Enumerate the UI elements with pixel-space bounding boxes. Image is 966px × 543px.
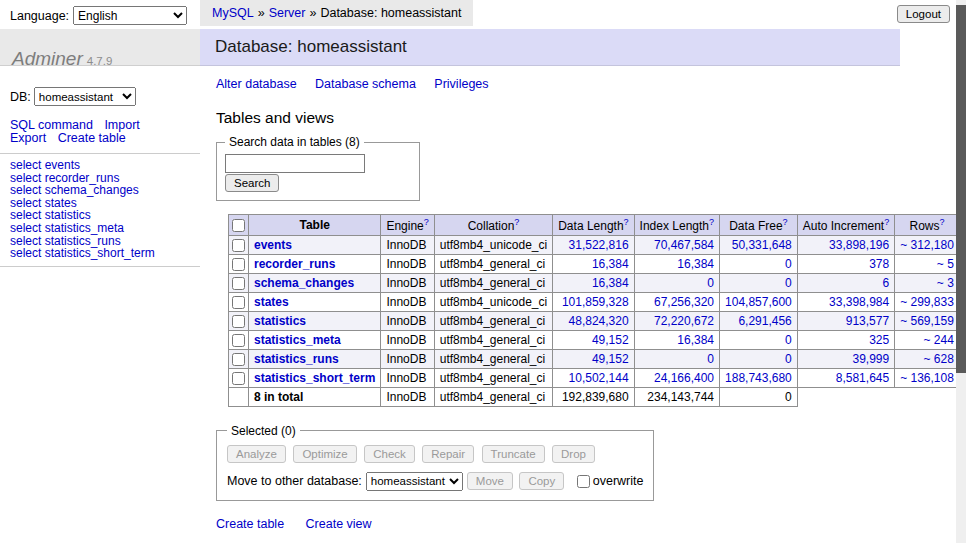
row-checkbox-schema-changes[interactable] bbox=[232, 277, 245, 290]
engine-cell: InnoDB bbox=[381, 349, 434, 368]
row-checkbox-statistics[interactable] bbox=[232, 315, 245, 328]
data-length-cell: 10,502,144 bbox=[553, 368, 634, 387]
table-link-statistics-short-term[interactable]: statistics_short_term bbox=[254, 371, 375, 385]
name-cell: events bbox=[249, 235, 381, 254]
app-version: 4.7.9 bbox=[87, 55, 113, 67]
action-button-analyze[interactable]: Analyze bbox=[227, 445, 286, 463]
sidebar-table-link-select-schema-changes[interactable]: select schema_changes bbox=[10, 184, 200, 197]
row-check-cell bbox=[229, 235, 249, 254]
data-free-cell: 50,331,648 bbox=[720, 235, 798, 254]
data-length-cell: 16,384 bbox=[553, 273, 634, 292]
help-link[interactable]: ? bbox=[783, 217, 788, 227]
table-link-statistics-runs[interactable]: statistics_runs bbox=[254, 352, 339, 366]
total-cell: 0 bbox=[720, 387, 798, 406]
table-row: schema_changesInnoDButf8mb4_general_ci16… bbox=[229, 273, 966, 292]
data-length-cell: 31,522,816 bbox=[553, 235, 634, 254]
name-cell: schema_changes bbox=[249, 273, 381, 292]
data-free-cell: 0 bbox=[720, 254, 798, 273]
table-link-recorder-runs[interactable]: recorder_runs bbox=[254, 257, 335, 271]
move-row: Move to other database:homeassistantMove… bbox=[227, 472, 643, 491]
rows-cell: ~ 244 bbox=[895, 330, 960, 349]
auto-increment-cell: 39,999 bbox=[797, 349, 894, 368]
sidebar-link-import[interactable]: Import bbox=[104, 118, 139, 132]
search-button[interactable]: Search bbox=[225, 174, 279, 192]
row-check-cell bbox=[229, 311, 249, 330]
sidebar-link-export[interactable]: Export bbox=[10, 131, 46, 145]
help-link[interactable]: ? bbox=[709, 217, 714, 227]
language-select[interactable]: English bbox=[73, 6, 187, 25]
table-link-states[interactable]: states bbox=[254, 295, 289, 309]
table-row: statistics_runsInnoDButf8mb4_general_ci4… bbox=[229, 349, 966, 368]
overwrite-checkbox[interactable] bbox=[577, 475, 590, 488]
row-checkbox-statistics-meta[interactable] bbox=[232, 334, 245, 347]
db-link-privileges[interactable]: Privileges bbox=[434, 77, 488, 91]
data-free-cell: 104,857,600 bbox=[720, 292, 798, 311]
data-free-cell: 0 bbox=[720, 330, 798, 349]
data-free-cell: 0 bbox=[720, 349, 798, 368]
sidebar-link-create-table[interactable]: Create table bbox=[58, 131, 126, 145]
help-link[interactable]: ? bbox=[940, 217, 945, 227]
table-total-row: 8 in totalInnoDButf8mb4_general_ci192,83… bbox=[229, 387, 966, 406]
vertical-scrollbar[interactable] bbox=[956, 0, 966, 543]
row-checkbox-recorder-runs[interactable] bbox=[232, 258, 245, 271]
sidebar-link-sql-command[interactable]: SQL command bbox=[10, 118, 93, 132]
search-input[interactable] bbox=[225, 154, 365, 173]
sidebar-table-link-select-statistics-meta[interactable]: select statistics_meta bbox=[10, 222, 200, 235]
scrollbar-thumb[interactable] bbox=[956, 5, 966, 373]
table-link-schema-changes[interactable]: schema_changes bbox=[254, 276, 354, 290]
sidebar-table-link-select-statistics-short-term[interactable]: select statistics_short_term bbox=[10, 247, 200, 260]
action-button-truncate[interactable]: Truncate bbox=[482, 445, 545, 463]
sidebar-table-link-select-events[interactable]: select events bbox=[10, 159, 200, 172]
data-free-cell: 0 bbox=[720, 273, 798, 292]
row-check-cell bbox=[229, 254, 249, 273]
help-link[interactable]: ? bbox=[514, 217, 519, 227]
db-select[interactable]: homeassistant bbox=[34, 87, 136, 106]
select-all-checkbox[interactable] bbox=[232, 219, 245, 232]
table-link-events[interactable]: events bbox=[254, 238, 292, 252]
table-row: statistics_metaInnoDButf8mb4_general_ci4… bbox=[229, 330, 966, 349]
breadcrumb-current: Database: homeassistant bbox=[320, 6, 461, 20]
action-button-repair[interactable]: Repair bbox=[422, 445, 474, 463]
help-link[interactable]: ? bbox=[424, 217, 429, 227]
create-links: Create table Create view bbox=[216, 517, 900, 531]
auto-increment-cell: 325 bbox=[797, 330, 894, 349]
help-link[interactable]: ? bbox=[624, 217, 629, 227]
row-checkbox-events[interactable] bbox=[232, 239, 245, 252]
breadcrumb-link-server[interactable]: Server bbox=[269, 6, 306, 20]
logout-button[interactable]: Logout bbox=[897, 5, 950, 23]
db-link-alter-database[interactable]: Alter database bbox=[216, 77, 297, 91]
data-length-cell: 48,824,320 bbox=[553, 311, 634, 330]
breadcrumb-separator: » bbox=[258, 6, 265, 20]
name-cell: states bbox=[249, 292, 381, 311]
data-length-cell: 101,859,328 bbox=[553, 292, 634, 311]
table-link-statistics-meta[interactable]: statistics_meta bbox=[254, 333, 341, 347]
auto-increment-cell: 8,581,645 bbox=[797, 368, 894, 387]
table-row: eventsInnoDButf8mb4_unicode_ci31,522,816… bbox=[229, 235, 966, 254]
row-checkbox-statistics-runs[interactable] bbox=[232, 353, 245, 366]
breadcrumb-link-mysql[interactable]: MySQL bbox=[212, 6, 254, 20]
action-button-optimize[interactable]: Optimize bbox=[293, 445, 356, 463]
table-link-statistics[interactable]: statistics bbox=[254, 314, 306, 328]
collation-cell: utf8mb4_general_ci bbox=[434, 349, 552, 368]
move-button-copy[interactable]: Copy bbox=[519, 472, 564, 490]
name-cell: statistics_runs bbox=[249, 349, 381, 368]
action-button-drop[interactable]: Drop bbox=[552, 445, 595, 463]
row-checkbox-states[interactable] bbox=[232, 296, 245, 309]
action-button-check[interactable]: Check bbox=[364, 445, 415, 463]
data-length-cell: 49,152 bbox=[553, 349, 634, 368]
selected-legend: Selected (0) bbox=[227, 424, 300, 438]
create-link-create-table[interactable]: Create table bbox=[216, 517, 284, 531]
move-db-select[interactable]: homeassistant bbox=[366, 472, 463, 491]
move-button-move[interactable]: Move bbox=[467, 472, 513, 490]
table-row: recorder_runsInnoDButf8mb4_general_ci16,… bbox=[229, 254, 966, 273]
db-link-database-schema[interactable]: Database schema bbox=[315, 77, 416, 91]
db-selector-row: DB:homeassistant bbox=[10, 87, 200, 106]
engine-cell: InnoDB bbox=[381, 311, 434, 330]
column-header-table: Table bbox=[249, 214, 381, 235]
breadcrumb-separator: » bbox=[309, 6, 316, 20]
sidebar-table-list: select events select recorder_runs selec… bbox=[0, 153, 200, 267]
help-link[interactable]: ? bbox=[884, 217, 889, 227]
overwrite-label: overwrite bbox=[593, 473, 644, 487]
create-link-create-view[interactable]: Create view bbox=[306, 517, 372, 531]
row-checkbox-statistics-short-term[interactable] bbox=[232, 372, 245, 385]
